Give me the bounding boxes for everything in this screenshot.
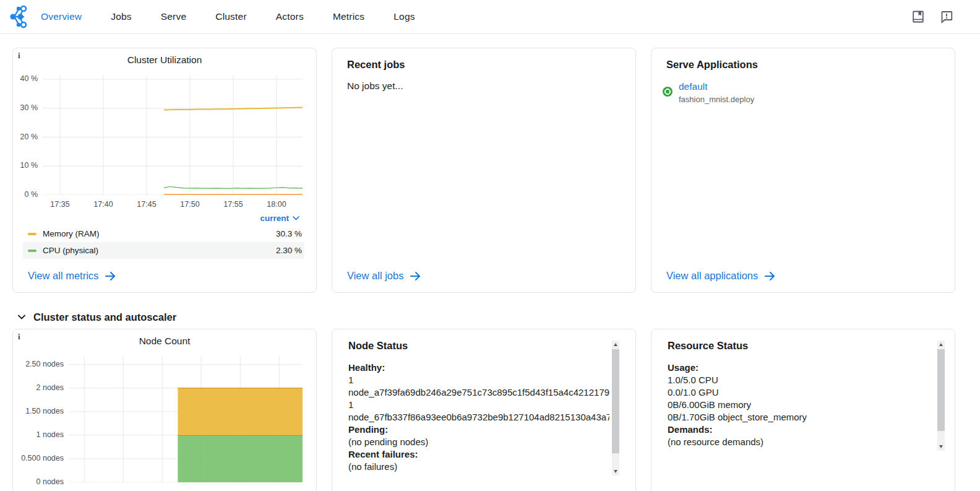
- triangle-down-icon: [614, 470, 617, 473]
- view-all-applications-label: View all applications: [666, 270, 758, 282]
- status-line: (no failures): [348, 461, 609, 473]
- status-line: 0.0/1.0 GPU: [668, 386, 929, 399]
- y-tick-label: 0 %: [13, 190, 38, 199]
- y-tick-label: 2.50 nodes: [13, 360, 64, 368]
- feedback-icon: [939, 9, 954, 24]
- scrollbar-thumb[interactable]: [612, 349, 619, 453]
- range-selector-label: current: [260, 214, 289, 223]
- range-selector[interactable]: current: [260, 214, 299, 223]
- utilization-plot: [43, 75, 303, 195]
- top-nav: OverviewJobsServeClusterActorsMetricsLog…: [0, 0, 980, 34]
- tab-logs[interactable]: Logs: [393, 11, 415, 22]
- tab-jobs[interactable]: Jobs: [111, 11, 132, 22]
- resource-status-content: Usage:1.0/5.0 CPU0.0/1.0 GPU0B/6.00GiB m…: [668, 362, 929, 448]
- cluster-utilization-chart: [43, 75, 303, 195]
- tab-serve[interactable]: Serve: [161, 11, 187, 22]
- x-tick-label: 18:00: [261, 200, 292, 209]
- view-all-applications-link[interactable]: View all applications: [666, 270, 776, 282]
- x-tick-label: 17:55: [218, 200, 249, 209]
- status-line: node_a7f39fa69db246a29e751c73c895c1f5d43…: [348, 386, 609, 399]
- empty-state-text: No jobs yet...: [347, 80, 403, 92]
- y-tick-label: 0.500 nodes: [13, 454, 64, 463]
- tab-cluster[interactable]: Cluster: [215, 11, 247, 22]
- y-tick-label: 2 nodes: [13, 383, 64, 392]
- card-title: Resource Status: [668, 340, 748, 352]
- node-count-card: i Node Count 2.50 nodes2 nodes1.50 nodes…: [12, 329, 317, 491]
- legend-swatch: [28, 233, 37, 235]
- view-all-metrics-label: View all metrics: [28, 270, 98, 282]
- status-line: (no resource demands): [668, 436, 929, 448]
- y-tick-label: 20 %: [13, 133, 38, 141]
- cluster-status-cards-row: i Node Count 2.50 nodes2 nodes1.50 nodes…: [12, 329, 955, 491]
- status-line: (no pending nodes): [348, 436, 609, 448]
- arrow-right-icon: [410, 271, 421, 281]
- cluster-utilization-card: i Cluster Utilization 40 %30 %20 %10 %0 …: [12, 48, 317, 293]
- triangle-up-icon: [939, 343, 943, 346]
- utilization-legend: Memory (RAM)30.3 %CPU (physical)2.30 %: [23, 225, 304, 259]
- scroll-up-button[interactable]: [937, 341, 945, 349]
- scrollbar[interactable]: [612, 341, 619, 476]
- y-tick-label: 30 %: [13, 103, 38, 112]
- legend-label: Memory (RAM): [43, 229, 100, 238]
- status-line: node_67fb337f86a93ee0b6a9732be9b127104ad…: [348, 411, 609, 424]
- section-title: Cluster status and autoscaler: [33, 311, 176, 323]
- serve-applications-card: Serve Applications default fashion_mnist…: [651, 48, 955, 293]
- status-line: 0B/1.70GiB object_store_memory: [668, 411, 929, 424]
- node-status-content: Healthy:1node_a7f39fa69db246a29e751c73c8…: [348, 362, 609, 473]
- view-all-jobs-label: View all jobs: [347, 270, 403, 282]
- docs-button[interactable]: [911, 9, 926, 24]
- y-tick-label: 1.50 nodes: [13, 407, 64, 415]
- y-tick-label: 0 nodes: [13, 477, 64, 486]
- x-tick-label: 17:35: [45, 200, 75, 209]
- triangle-up-icon: [614, 343, 617, 346]
- arrow-right-icon: [105, 271, 116, 281]
- recent-jobs-card: Recent jobs No jobs yet... View all jobs: [332, 48, 636, 293]
- triangle-down-icon: [939, 445, 943, 448]
- tab-actors[interactable]: Actors: [276, 11, 304, 22]
- scroll-up-button[interactable]: [612, 341, 619, 349]
- scroll-down-button[interactable]: [937, 443, 945, 451]
- x-tick-label: 17:45: [131, 200, 162, 209]
- serve-app-info: default fashion_mnist.deploy: [679, 80, 754, 105]
- feedback-button[interactable]: [939, 9, 954, 24]
- collapse-section-button[interactable]: [16, 312, 27, 323]
- status-line: Demands:: [668, 424, 929, 436]
- serve-app-item: default fashion_mnist.deploy: [663, 80, 754, 105]
- status-dot-healthy: [663, 87, 673, 97]
- chevron-down-icon: [293, 216, 299, 220]
- status-line: Recent failures:: [348, 448, 609, 461]
- nodecount-plot: [69, 356, 303, 482]
- arrow-right-icon: [764, 271, 776, 281]
- legend-row[interactable]: CPU (physical)2.30 %: [23, 242, 304, 259]
- node-status-card: Node Status Healthy:1node_a7f39fa69db246…: [332, 329, 636, 491]
- panel-title: Cluster Utilization: [13, 54, 316, 66]
- status-line: 0B/6.00GiB memory: [668, 399, 929, 411]
- tab-metrics[interactable]: Metrics: [333, 11, 364, 22]
- status-line: Pending:: [348, 424, 609, 436]
- tab-overview[interactable]: Overview: [41, 11, 82, 22]
- x-tick-label: 17:40: [88, 200, 119, 209]
- resource-status-card: Resource Status Usage:1.0/5.0 CPU0.0/1.0…: [651, 329, 955, 491]
- overview-cards-row: i Cluster Utilization 40 %30 %20 %10 %0 …: [12, 48, 955, 293]
- app-deployment-name: fashion_mnist.deploy: [679, 94, 754, 105]
- view-all-metrics-link[interactable]: View all metrics: [28, 270, 116, 282]
- card-title: Serve Applications: [666, 59, 758, 71]
- y-tick-label: 40 %: [13, 74, 38, 83]
- status-line: 1: [348, 374, 609, 386]
- status-line: Usage:: [668, 362, 929, 374]
- x-tick-label: 17:50: [174, 200, 205, 209]
- y-tick-label: 1 nodes: [13, 430, 64, 439]
- status-line: 1.0/5.0 CPU: [668, 374, 929, 386]
- status-line: 1: [348, 399, 609, 411]
- scrollbar[interactable]: [937, 341, 945, 451]
- app-name-link[interactable]: default: [679, 80, 754, 93]
- nav-actions: [911, 9, 954, 24]
- scrollbar-thumb[interactable]: [937, 349, 945, 431]
- section-cluster-status: Cluster status and autoscaler: [16, 311, 980, 323]
- view-all-jobs-link[interactable]: View all jobs: [347, 270, 421, 282]
- node-count-chart: [69, 356, 303, 482]
- card-title: Recent jobs: [347, 59, 405, 71]
- scroll-down-button[interactable]: [612, 467, 619, 476]
- ray-logo[interactable]: [8, 4, 30, 29]
- legend-row[interactable]: Memory (RAM)30.3 %: [23, 225, 304, 242]
